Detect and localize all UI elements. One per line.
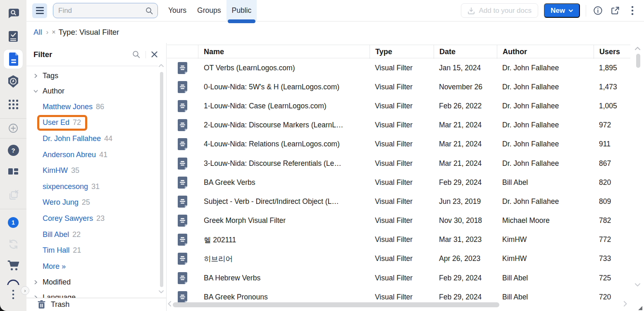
table-row[interactable]: 히브리어 Visual Filter Apr 26, 2023 KimHW 73… (167, 249, 630, 268)
author-count: 25 (82, 198, 90, 207)
author-link[interactable]: User Ed (43, 118, 69, 127)
tab-groups[interactable]: Groups (192, 0, 226, 22)
author-link[interactable]: KimHW (43, 166, 68, 175)
column-header-author[interactable]: Author (497, 45, 594, 59)
menu-hamburger-button[interactable] (32, 3, 47, 18)
tab-yours[interactable]: Yours (163, 0, 192, 22)
filter-section-modified[interactable]: Modified (26, 275, 166, 290)
filter-scroll-up-icon[interactable] (158, 64, 164, 67)
filter-author-item[interactable]: Tim Hall 21 (26, 242, 166, 258)
row-users: 1,473 (594, 83, 630, 91)
library-icon[interactable] (0, 27, 26, 45)
filter-section-author[interactable]: Author (26, 84, 166, 99)
filter-scroll-down-icon[interactable] (158, 290, 164, 294)
table-row[interactable]: Greek Morph Visual Filter Visual Filter … (167, 211, 630, 230)
table-row[interactable]: OT Verbs (LearnLogos.com) Visual Filter … (167, 58, 630, 77)
table-vscrollbar-thumb[interactable] (636, 54, 640, 68)
guides-compass-icon[interactable] (0, 72, 26, 91)
column-header-users[interactable]: Users (594, 45, 630, 59)
author-highlight-box: Matthew Jones 86 (43, 103, 104, 111)
author-count: 35 (71, 166, 79, 175)
filter-close-icon[interactable] (151, 51, 158, 58)
table-row[interactable]: BA Greek Verbs Visual Filter Feb 29, 202… (167, 173, 630, 192)
table-row[interactable]: 4-Louw-Nida: Relations (LearnLogos.com) … (167, 135, 630, 154)
table-scroll-up-icon[interactable] (634, 46, 641, 50)
filter-author-item[interactable]: User Ed 72 (26, 115, 166, 131)
author-link[interactable]: Matthew Jones (43, 103, 93, 111)
filter-scrollbar-thumb[interactable] (160, 72, 163, 287)
row-name: 헬 202111 (198, 235, 370, 245)
row-date: Jan 15, 2024 (434, 64, 497, 72)
filter-author-item[interactable]: Matthew Jones 86 (26, 99, 166, 115)
visual-filter-doc-icon (167, 81, 198, 93)
table-row[interactable]: Subject - Verb - Direct/Indirect Object … (167, 192, 630, 211)
account-avatar[interactable] (7, 280, 19, 285)
rail-expand-button[interactable]: › (21, 286, 29, 295)
resize-grip[interactable] (638, 306, 642, 310)
notification-badge[interactable]: 1 (0, 213, 26, 232)
author-link[interactable]: sixpencesong (43, 182, 88, 191)
tab-public[interactable]: Public (227, 0, 257, 22)
author-count: 72 (73, 118, 81, 127)
row-name: 4-Louw-Nida: Relations (LearnLogos.com) (198, 140, 370, 148)
author-link[interactable]: Bill Abel (43, 230, 69, 239)
filter-more-link[interactable]: More » (26, 258, 166, 275)
info-icon[interactable] (592, 5, 603, 17)
table-row[interactable]: 헬 202111 Visual Filter Mar 31, 2023 KimH… (167, 230, 630, 249)
apps-grid-icon[interactable] (0, 95, 26, 113)
trash-item[interactable]: Trash (26, 298, 166, 311)
filter-author-item[interactable]: KimHW 35 (26, 163, 166, 179)
filter-author-item[interactable]: Wero Jung 25 (26, 195, 166, 211)
help-icon[interactable]: ? (0, 141, 26, 159)
visual-filter-doc-icon (167, 234, 198, 246)
filter-author-item[interactable]: Bill Abel 22 (26, 227, 166, 243)
author-link[interactable]: Tim Hall (43, 246, 69, 255)
add-plus-icon[interactable] (0, 119, 26, 137)
table-row[interactable]: 3-Louw-Nida: Discourse Referentials (Le…… (167, 154, 630, 173)
row-author: Dr. John Fallahee (497, 140, 594, 148)
store-cart-icon[interactable] (0, 256, 26, 274)
panel-menu-kebab-icon[interactable] (627, 5, 638, 17)
filter-author-item[interactable]: sixpencesong 31 (26, 179, 166, 195)
sync-icon[interactable] (0, 235, 26, 253)
author-link[interactable]: Corey Sawyers (43, 214, 93, 223)
filter-author-item[interactable]: Dr. John Fallahee 44 (26, 131, 166, 147)
filter-section-language[interactable]: Language (26, 290, 166, 298)
search-tool-icon[interactable] (0, 5, 26, 23)
column-header-type[interactable]: Type (370, 45, 434, 59)
notification-count: 1 (8, 217, 19, 228)
filter-search-icon[interactable] (132, 50, 141, 59)
filter-author-item[interactable]: Anderson Abreu 41 (26, 147, 166, 163)
new-button[interactable]: New (544, 3, 580, 18)
table-scroll-left-icon[interactable] (167, 301, 172, 307)
column-header-name[interactable]: Name (198, 45, 370, 59)
table-row[interactable]: BA Hebrew Verbs Visual Filter Feb 29, 20… (167, 268, 630, 287)
filter-author-item[interactable]: Corey Sawyers 23 (26, 211, 166, 227)
filter-section-tags[interactable]: Tags (26, 68, 166, 84)
author-link[interactable]: Dr. John Fallahee (43, 134, 101, 143)
row-type: Visual Filter (370, 293, 434, 301)
table-row[interactable]: 0-Louw-Nida: 5W's & H (LearnLogos.com) V… (167, 77, 630, 96)
row-name: 히브리어 (198, 254, 370, 264)
table-scroll-right-icon[interactable] (623, 301, 627, 307)
author-link[interactable]: Wero Jung (43, 198, 79, 207)
row-date: Feb 26, 2022 (434, 102, 497, 110)
breadcrumb: All › × Type: Visual Filter (26, 22, 644, 43)
breadcrumb-all-link[interactable]: All (33, 28, 42, 37)
author-highlight-box: sixpencesong 31 (43, 182, 100, 191)
table-row[interactable]: 2-Louw-Nida: Discourse Markers (LearnL… … (167, 116, 630, 135)
row-name: 1-Louw-Nida: Case (LearnLogos.com) (198, 102, 370, 110)
rail-divider (0, 138, 26, 139)
table-hscrollbar-thumb[interactable] (173, 302, 499, 307)
author-link[interactable]: Anderson Abreu (43, 151, 96, 159)
table-scroll-down-icon[interactable] (634, 283, 641, 287)
table-row[interactable]: 1-Louw-Nida: Case (LearnLogos.com) Visua… (167, 96, 630, 115)
column-header-date[interactable]: Date (434, 45, 497, 59)
layouts-icon[interactable] (0, 164, 26, 182)
documents-icon-active[interactable] (0, 48, 26, 70)
add-to-your-docs-button[interactable]: Add to your docs (461, 3, 538, 18)
open-in-floating-window-icon[interactable] (609, 5, 621, 17)
remove-filter-icon[interactable]: × (52, 29, 55, 36)
row-users: 720 (594, 293, 630, 301)
find-input[interactable] (53, 3, 158, 18)
